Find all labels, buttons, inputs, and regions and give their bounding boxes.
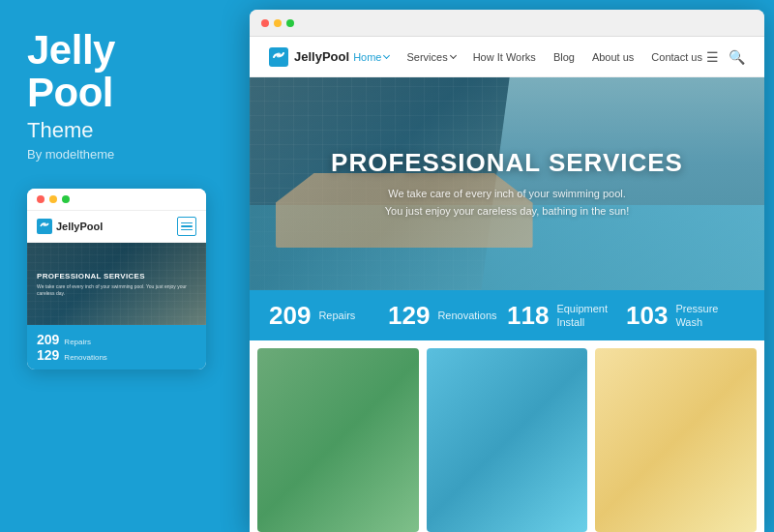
logo-icon — [37, 219, 52, 234]
thumbnail-2 — [427, 348, 588, 532]
browser-content: JellyPool Home Services How It Works Blo… — [250, 37, 764, 532]
stats-bar: 209 Repairs 129 Renovations 118 Equipmen… — [250, 290, 764, 340]
nav-link-blog[interactable]: Blog — [553, 51, 575, 63]
left-panel: Jelly Pool Theme By modeltheme JellyPool — [0, 0, 240, 532]
stat-label-renovations: Renovations — [437, 309, 495, 322]
browser-window: JellyPool Home Services How It Works Blo… — [250, 10, 764, 532]
product-subtitle: Theme — [27, 118, 213, 143]
chevron-down-icon — [383, 52, 390, 59]
stat-item-pressure: 103 Pressure Wash — [626, 302, 745, 330]
hamburger-icon[interactable]: ☰ — [706, 49, 719, 65]
menu-line — [181, 222, 193, 224]
mobile-stats: 209 Repairs 129 Renovations — [27, 325, 206, 369]
stat-item-renovations: 129 Renovations — [388, 303, 507, 328]
nav-icons: ☰ 🔍 — [706, 49, 745, 65]
browser-titlebar — [250, 10, 764, 37]
bottom-thumbnails — [250, 340, 764, 532]
mobile-menu-icon[interactable] — [177, 217, 196, 236]
hero-section: PROFESSIONAL SERVICES We take care of ev… — [250, 77, 764, 290]
mobile-hero-subtitle: We take care of every inch of your swimm… — [37, 283, 196, 297]
mobile-logo: JellyPool — [37, 219, 103, 234]
nav-link-home[interactable]: Home — [353, 51, 389, 63]
hero-title: PROFESSIONAL SERVICES — [331, 148, 683, 178]
svg-point-1 — [277, 52, 282, 57]
menu-line — [181, 229, 193, 231]
site-nav: JellyPool Home Services How It Works Blo… — [250, 37, 764, 77]
nav-link-services[interactable]: Services — [406, 51, 455, 63]
site-logo-icon — [269, 47, 288, 67]
mobile-stat-row-2: 129 Renovations — [37, 348, 196, 362]
mobile-titlebar — [27, 189, 206, 211]
stat-number-equipment: 118 — [507, 303, 549, 328]
mobile-stat-label-1: Repairs — [64, 338, 91, 346]
site-logo: JellyPool — [269, 47, 349, 67]
nav-link-contact[interactable]: Contact us — [651, 51, 702, 63]
stat-item-repairs: 209 Repairs — [269, 303, 388, 328]
dot-green — [62, 195, 70, 203]
menu-line — [181, 225, 193, 227]
mobile-stat-label-2: Renovations — [64, 353, 106, 362]
mobile-preview-card: JellyPool PROFESSIONAL SERVICES We take … — [27, 189, 206, 369]
thumbnail-3 — [595, 348, 757, 532]
nav-links: Home Services How It Works Blog About us… — [353, 51, 702, 63]
browser-dot-green — [286, 19, 294, 27]
product-author: By modeltheme — [27, 147, 213, 162]
stat-label-equipment: Equipment Install — [556, 302, 614, 330]
stat-number-repairs: 209 — [269, 303, 311, 328]
chevron-down-icon — [450, 52, 457, 59]
search-icon[interactable]: 🔍 — [729, 49, 745, 65]
site-logo-text: JellyPool — [294, 49, 349, 64]
mobile-stat-num-1: 209 — [37, 333, 59, 346]
browser-dot-red — [261, 19, 269, 27]
mobile-hero-title: PROFESSIONAL SERVICES — [37, 272, 196, 281]
browser-dot-yellow — [274, 19, 282, 27]
nav-link-how-it-works[interactable]: How It Works — [473, 51, 536, 63]
thumbnail-1 — [257, 348, 419, 532]
stat-label-repairs: Repairs — [318, 309, 355, 322]
stat-number-renovations: 129 — [388, 303, 430, 328]
hero-description: We take care of every inch of your swimm… — [331, 186, 683, 220]
nav-link-about[interactable]: About us — [592, 51, 634, 63]
dot-red — [37, 195, 45, 203]
hero-text-block: PROFESSIONAL SERVICES We take care of ev… — [331, 148, 683, 220]
product-title: Jelly Pool — [27, 29, 213, 114]
mobile-nav: JellyPool — [27, 211, 206, 243]
stat-label-pressure: Pressure Wash — [675, 302, 733, 330]
mobile-stat-num-2: 129 — [37, 348, 59, 362]
mobile-stat-row-1: 209 Repairs — [37, 333, 196, 346]
stat-item-equipment: 118 Equipment Install — [507, 302, 626, 330]
stat-number-pressure: 103 — [626, 303, 668, 328]
dot-yellow — [49, 195, 57, 203]
mobile-hero-section: PROFESSIONAL SERVICES We take care of ev… — [27, 243, 206, 325]
svg-point-0 — [43, 222, 46, 226]
